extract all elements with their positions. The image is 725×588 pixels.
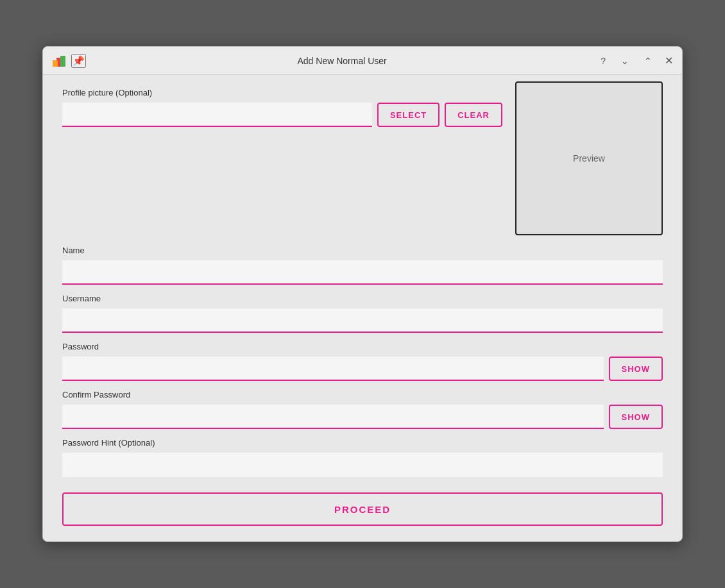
preview-label: Preview <box>573 153 605 164</box>
name-field: Name <box>62 246 663 285</box>
password-field: Password SHOW <box>62 342 663 381</box>
app-logo-icon <box>52 54 66 68</box>
profile-section: Profile picture (Optional) SELECT CLEAR … <box>62 88 663 235</box>
pin-button[interactable]: 📌 <box>71 54 86 68</box>
help-button[interactable]: ? <box>598 55 608 67</box>
main-window: 📌 Add New Normal User ? ⌄ ⌃ ✕ Profile pi… <box>42 46 683 542</box>
svg-rect-3 <box>53 60 58 67</box>
confirm-password-input[interactable] <box>62 405 604 429</box>
clear-button[interactable]: CLEAR <box>445 103 502 127</box>
show-confirm-password-button[interactable]: SHOW <box>609 405 663 429</box>
preview-box: Preview <box>515 81 663 235</box>
confirm-password-label: Confirm Password <box>62 390 663 399</box>
password-label: Password <box>62 342 663 351</box>
select-button[interactable]: SELECT <box>377 103 439 127</box>
name-input[interactable] <box>62 260 663 285</box>
window-title: Add New Normal User <box>86 56 598 66</box>
restore-button[interactable]: ⌃ <box>642 55 654 67</box>
titlebar-controls: ? ⌄ ⌃ ✕ <box>598 55 673 67</box>
password-hint-label: Password Hint (Optional) <box>62 438 663 448</box>
password-input-row: SHOW <box>62 357 663 381</box>
svg-rect-2 <box>60 56 65 67</box>
confirm-password-input-row: SHOW <box>62 405 663 429</box>
file-input-row: SELECT CLEAR <box>62 103 502 127</box>
profile-picture-label: Profile picture (Optional) <box>62 88 502 97</box>
close-button[interactable]: ✕ <box>665 55 673 67</box>
confirm-password-field: Confirm Password SHOW <box>62 390 663 429</box>
profile-left: Profile picture (Optional) SELECT CLEAR <box>62 88 502 127</box>
proceed-button[interactable]: PROCEED <box>62 492 663 526</box>
name-label: Name <box>62 246 663 255</box>
password-hint-input[interactable] <box>62 453 663 477</box>
username-field: Username <box>62 294 663 333</box>
password-input[interactable] <box>62 357 604 381</box>
titlebar-left: 📌 <box>52 54 86 68</box>
username-input[interactable] <box>62 308 663 333</box>
form-content: Profile picture (Optional) SELECT CLEAR … <box>43 75 682 541</box>
titlebar: 📌 Add New Normal User ? ⌄ ⌃ ✕ <box>43 47 682 75</box>
username-label: Username <box>62 294 663 303</box>
form-section: Name Username Password SHOW Confirm Pass… <box>62 246 663 526</box>
show-password-button[interactable]: SHOW <box>609 357 663 381</box>
password-hint-field: Password Hint (Optional) <box>62 438 663 477</box>
minimize-button[interactable]: ⌄ <box>618 55 631 67</box>
profile-picture-input[interactable] <box>62 103 372 127</box>
